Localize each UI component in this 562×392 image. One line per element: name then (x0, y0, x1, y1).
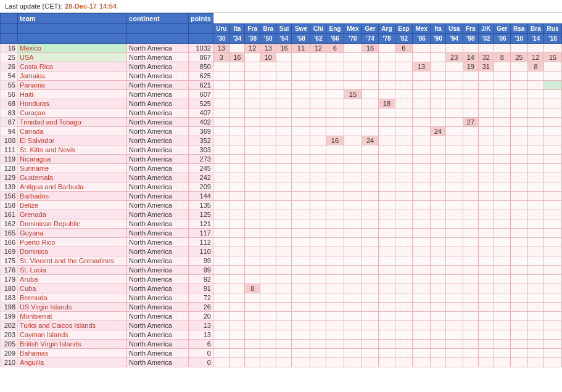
wc-data-cell (412, 71, 430, 81)
wc-data-cell (326, 321, 344, 330)
wc-data-cell (494, 275, 510, 284)
wc-data-cell (544, 62, 562, 71)
wc-data-cell (362, 164, 379, 173)
wc-data-cell (245, 173, 260, 182)
wc-data-cell (326, 182, 344, 192)
wc-data-cell (245, 303, 260, 312)
team-cell: Haiti (18, 90, 127, 99)
continent-cell: North America (127, 312, 189, 321)
points-cell: 867 (188, 53, 213, 62)
wc-data-cell: 15 (544, 53, 562, 62)
wc-host-header: Arg (378, 24, 395, 34)
team-cell: Honduras (18, 99, 127, 108)
points-cell: 99 (188, 266, 213, 275)
wc-data-cell (326, 164, 344, 173)
wc-data-cell (213, 173, 229, 182)
wc-data-cell (276, 99, 292, 108)
wc-data-cell (395, 118, 412, 127)
wc-data-cell (292, 303, 310, 312)
wc-data-cell (213, 284, 229, 293)
wc-data-cell (310, 266, 326, 275)
wc-data-cell (544, 210, 562, 219)
wc-data-cell (412, 53, 430, 62)
wc-data-cell (213, 238, 229, 247)
wc-data-cell (245, 229, 260, 238)
wc-data-cell (344, 312, 362, 321)
wc-data-cell (326, 340, 344, 349)
wc-data-cell: 8 (527, 62, 543, 71)
team-cell: Cayman Islands (18, 330, 127, 340)
wc-data-cell (544, 275, 562, 284)
wc-year-header: '30 (213, 34, 229, 44)
wc-data-cell (378, 330, 395, 340)
wc-data-cell (213, 71, 229, 81)
wc-data-cell (213, 62, 229, 71)
team-header: team (18, 14, 127, 24)
team-cell: Dominica (18, 247, 127, 256)
wc-data-cell (213, 219, 229, 229)
wc-data-cell (362, 145, 379, 155)
wc-data-cell (213, 90, 229, 99)
rank-cell: 94 (1, 127, 18, 136)
wc-data-cell (276, 349, 292, 358)
wc-data-cell (510, 229, 527, 238)
wc-data-cell (326, 219, 344, 229)
wc-data-cell (412, 44, 430, 53)
wc-data-cell (445, 247, 463, 256)
wc-data-cell (510, 155, 527, 164)
wc-data-cell (276, 81, 292, 90)
wc-data-cell (445, 44, 463, 53)
continent-cell: North America (127, 238, 189, 247)
points-cell: 6 (188, 340, 213, 349)
wc-data-cell (527, 164, 543, 173)
wc-data-cell (229, 247, 244, 256)
wc-data-cell (245, 219, 260, 229)
table-row: 205British Virgin IslandsNorth America6 (1, 340, 562, 349)
wc-data-cell (544, 90, 562, 99)
wc-data-cell (245, 81, 260, 90)
wc-data-cell (463, 284, 478, 293)
wc-data-cell (245, 312, 260, 321)
wc-data-cell (412, 210, 430, 219)
wc-data-cell (229, 340, 244, 349)
wc-data-cell (494, 201, 510, 210)
wc-data-cell (510, 81, 527, 90)
team-cell: St. Vincent and the Grenadines (18, 256, 127, 266)
wc-data-cell (362, 238, 379, 247)
wc-data-cell (445, 256, 463, 266)
wc-data-cell (362, 210, 379, 219)
wc-data-cell (310, 229, 326, 238)
wc-data-cell (344, 330, 362, 340)
wc-data-cell (431, 108, 445, 118)
wc-data-cell (229, 81, 244, 90)
wc-data-cell (412, 247, 430, 256)
wc-data-cell (260, 81, 276, 90)
wc-data-cell (544, 238, 562, 247)
rank-cell: 199 (1, 312, 18, 321)
table-row: 203Cayman IslandsNorth America13 (1, 330, 562, 340)
wc-data-cell (412, 275, 430, 284)
wc-year-header: '14 (527, 34, 543, 44)
wc-data-cell (412, 229, 430, 238)
wc-data-cell (276, 229, 292, 238)
team-cell: Canada (18, 127, 127, 136)
wc-data-cell (245, 62, 260, 71)
continent-cell: North America (127, 155, 189, 164)
wc-data-cell (463, 219, 478, 229)
wc-data-cell (395, 62, 412, 71)
team-cell: Grenada (18, 210, 127, 219)
wc-data-cell (310, 330, 326, 340)
wc-years-row: '30'34'38'50'54'58'62'66'70'74'78'82'86'… (1, 34, 562, 44)
wc-data-cell (510, 238, 527, 247)
wc-year-header: '78 (378, 34, 395, 44)
wc-data-cell (431, 312, 445, 321)
rank-cell: 210 (1, 358, 18, 367)
wc-data-cell (478, 284, 494, 293)
wc-data-cell (544, 145, 562, 155)
wc-host-header: Esp (395, 24, 412, 34)
header-bar: Last update (CET): 28-Dec-17 14:54 (0, 0, 562, 13)
wc-data-cell (544, 136, 562, 145)
wc-data-cell (527, 155, 543, 164)
table-row: 94CanadaNorth America36924 (1, 127, 562, 136)
wc-data-cell (445, 219, 463, 229)
